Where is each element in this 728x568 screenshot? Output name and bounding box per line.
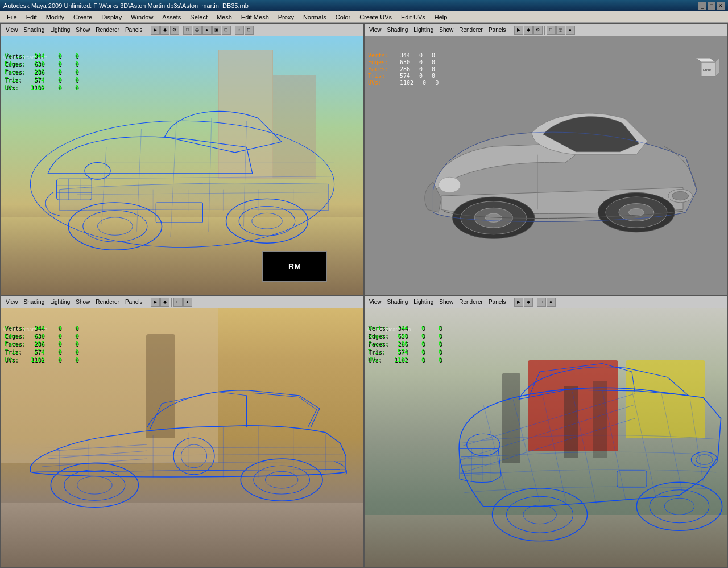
svg-line-8 — [83, 176, 340, 179]
vp-toolbar-br: View Shading Lighting Show Renderer Pane… — [365, 296, 727, 308]
svg-point-83 — [650, 490, 709, 523]
menu-create[interactable]: Create — [69, 13, 97, 22]
vp-bl-view[interactable]: View — [3, 298, 20, 306]
menu-proxy[interactable]: Proxy — [274, 13, 299, 22]
vp-bl-renderer[interactable]: Renderer — [93, 298, 122, 306]
menu-normals[interactable]: Normals — [299, 13, 331, 22]
vp-tl-renderer[interactable]: Renderer — [93, 26, 122, 34]
vp-icon-9[interactable]: ↕ — [235, 26, 244, 35]
svg-line-71 — [690, 399, 703, 481]
vp-icon-1[interactable]: ▶ — [151, 26, 160, 35]
menu-help[interactable]: Help — [430, 13, 452, 22]
main-content: View Shading Lighting Show Renderer Pane… — [0, 23, 728, 568]
svg-point-81 — [523, 505, 556, 524]
minimize-button[interactable]: _ — [698, 2, 706, 10]
vp-br-lighting[interactable]: Lighting — [411, 298, 436, 306]
vp-br-view[interactable]: View — [367, 298, 384, 306]
vp-bl-lighting[interactable]: Lighting — [48, 298, 72, 306]
vp-icon-br-1[interactable]: ▶ — [514, 298, 523, 307]
vp-tl-panels[interactable]: Panels — [123, 26, 145, 34]
vp-tr-view[interactable]: View — [367, 26, 384, 34]
vp-icon-5[interactable]: ◎ — [193, 26, 202, 35]
svg-rect-87 — [617, 471, 647, 487]
menu-window[interactable]: Window — [126, 13, 158, 22]
vp-icon-br-2[interactable]: ◆ — [524, 298, 533, 307]
vp-content-br: © conceptcars.com Verts:34400 Edges:6300… — [365, 308, 727, 567]
vp-icon-tr-1[interactable]: ▶ — [514, 26, 523, 35]
viewport-bottom-left[interactable]: View Shading Lighting Show Renderer Pane… — [1, 296, 363, 567]
svg-point-38 — [672, 191, 689, 200]
vp-br-show[interactable]: Show — [437, 298, 456, 306]
stats-overlay-tl: Verts:34400 Edges:63000 Faces:28600 Tris… — [5, 52, 78, 92]
viewport-top-left[interactable]: View Shading Lighting Show Renderer Pane… — [1, 24, 363, 295]
menu-color[interactable]: Color — [331, 13, 355, 22]
vp-icon-bl-2[interactable]: ◆ — [160, 298, 169, 307]
svg-point-62 — [173, 438, 214, 475]
menu-edit[interactable]: Edit — [22, 13, 42, 22]
menu-assets[interactable]: Assets — [158, 13, 185, 22]
svg-line-11 — [209, 118, 212, 232]
svg-marker-41 — [715, 58, 719, 76]
vp-icon-7[interactable]: ▣ — [212, 26, 221, 35]
nav-cube[interactable]: Front — [693, 53, 721, 82]
vp-icon-6[interactable]: ● — [202, 26, 212, 35]
menu-edituvs[interactable]: Edit UVs — [396, 13, 430, 22]
vp-br-renderer[interactable]: Renderer — [457, 298, 485, 306]
vp-tr-lighting[interactable]: Lighting — [411, 26, 436, 34]
vp-tl-view[interactable]: View — [3, 26, 20, 34]
menu-select[interactable]: Select — [185, 13, 212, 22]
vp-icon-2[interactable]: ◆ — [160, 26, 169, 35]
vp-icon-bl-3[interactable]: □ — [173, 298, 183, 307]
viewport-bottom-right[interactable]: View Shading Lighting Show Renderer Pane… — [365, 296, 727, 567]
svg-line-64 — [483, 405, 507, 495]
vp-icon-8[interactable]: ⊞ — [222, 26, 231, 35]
close-button[interactable]: ✕ — [717, 2, 725, 10]
vp-bl-shading[interactable]: Shading — [22, 298, 47, 306]
vp-content-bl: © conceptcars.com Verts:34400 Edges:6300… — [1, 308, 363, 567]
svg-point-84 — [664, 498, 694, 515]
vp-icon-10[interactable]: ⊡ — [245, 26, 254, 35]
menu-bar: File Edit Modify Create Display Window A… — [0, 11, 728, 23]
vp-icon-tr-4[interactable]: □ — [547, 26, 556, 35]
svg-line-74 — [461, 464, 500, 465]
svg-point-36 — [439, 177, 461, 192]
vp-icon-tr-6[interactable]: ● — [566, 26, 575, 35]
menu-editmesh[interactable]: Edit Mesh — [237, 13, 274, 22]
viewport-top-right[interactable]: View Shading Lighting Show Renderer Pane… — [365, 24, 727, 295]
svg-point-4 — [98, 217, 133, 236]
menu-mesh[interactable]: Mesh — [212, 13, 237, 22]
vp-icon-br-3[interactable]: □ — [537, 298, 546, 307]
svg-line-65 — [513, 399, 540, 502]
stats-overlay-br: Verts:34400 Edges:63000 Faces:28600 Tris… — [368, 324, 442, 364]
vp-icon-tr-5[interactable]: ◎ — [556, 26, 565, 35]
vp-icon-4[interactable]: □ — [183, 26, 192, 35]
vp-tl-shading[interactable]: Shading — [22, 26, 47, 34]
vp-icon-bl-4[interactable]: ● — [183, 298, 192, 307]
vp-icon-3[interactable]: ⚙ — [170, 26, 179, 35]
vp-br-shading[interactable]: Shading — [385, 298, 411, 306]
svg-point-6 — [252, 213, 282, 229]
maximize-button[interactable]: □ — [708, 2, 715, 10]
vp-content-tl: © conceptcars.com RM Verts:34400 Edges:6… — [1, 36, 363, 295]
menu-display[interactable]: Display — [97, 13, 126, 22]
svg-point-85 — [691, 452, 717, 467]
vp-icon-br-4[interactable]: ● — [547, 298, 556, 307]
menu-file[interactable]: File — [2, 13, 22, 22]
vp-icon-tr-3[interactable]: ⚙ — [533, 26, 543, 35]
vp-tl-lighting[interactable]: Lighting — [48, 26, 72, 34]
vp-icon-bl-1[interactable]: ▶ — [151, 298, 160, 307]
vp-tr-shading[interactable]: Shading — [385, 26, 411, 34]
vp-bl-show[interactable]: Show — [73, 298, 92, 306]
svg-line-68 — [602, 390, 626, 501]
vp-br-panels[interactable]: Panels — [486, 298, 508, 306]
vp-tl-show[interactable]: Show — [73, 26, 92, 34]
menu-modify[interactable]: Modify — [42, 13, 69, 22]
window-controls[interactable]: _ □ ✕ — [698, 2, 725, 10]
vp-tr-show[interactable]: Show — [437, 26, 456, 34]
title-bar: Autodesk Maya 2009 Unlimited: F:\Works 3… — [0, 0, 728, 11]
vp-icon-tr-2[interactable]: ◆ — [524, 26, 533, 35]
vp-tr-renderer[interactable]: Renderer — [457, 26, 485, 34]
menu-createuvs[interactable]: Create UVs — [355, 13, 396, 22]
vp-bl-panels[interactable]: Panels — [123, 298, 145, 306]
vp-tr-panels[interactable]: Panels — [486, 26, 508, 34]
